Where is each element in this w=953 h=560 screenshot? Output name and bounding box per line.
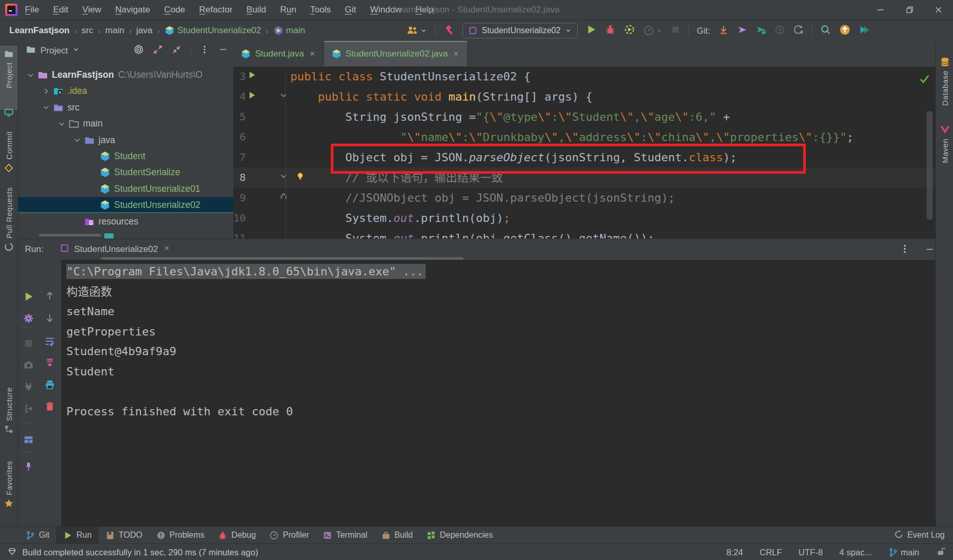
rerun-button[interactable]: [23, 291, 34, 304]
tree-item-src[interactable]: src: [18, 100, 233, 116]
tree-item-StudentUnserialize02[interactable]: StudentUnserialize02: [18, 197, 233, 213]
breadcrumb-item[interactable]: StudentUnserialize02: [164, 25, 261, 36]
soft-wrap-button[interactable]: [44, 335, 55, 349]
tree-item-resources[interactable]: resources: [18, 214, 233, 230]
status-widget[interactable]: 4 spac...: [839, 548, 872, 557]
run-arrow-icon[interactable]: [248, 71, 257, 79]
menu-view[interactable]: View: [82, 5, 102, 15]
run-play-icon[interactable]: [23, 291, 34, 302]
run-settings-button[interactable]: [23, 313, 34, 326]
more-options-icon[interactable]: [900, 244, 910, 254]
printer-icon[interactable]: [44, 379, 55, 390]
arrow-up-icon[interactable]: [44, 290, 55, 301]
hide-panel-icon[interactable]: [924, 244, 935, 257]
maximize-window-icon[interactable]: [895, 0, 924, 20]
menu-refactor[interactable]: Refactor: [199, 5, 232, 15]
search-everywhere-button[interactable]: [820, 24, 831, 37]
stripe-structure[interactable]: Structure: [0, 384, 18, 447]
expand-all-icon[interactable]: [153, 45, 163, 57]
stripe-database[interactable]: Database: [936, 53, 953, 127]
tree-chevron-icon[interactable]: [40, 87, 52, 95]
chevron-icon[interactable]: [42, 103, 50, 111]
export-button[interactable]: [23, 403, 34, 416]
camera-icon[interactable]: [23, 359, 34, 371]
next-occurrence-button[interactable]: [44, 313, 55, 326]
toolwindow-terminal[interactable]: Terminal: [316, 527, 374, 543]
code-line[interactable]: 4 public static void main(String[] args)…: [233, 87, 935, 107]
code-line[interactable]: 3public class StudentUnserialize02 {: [233, 66, 935, 87]
scroll-to-end-button[interactable]: [44, 357, 55, 371]
stripe-maven[interactable]: Maven: [936, 121, 953, 190]
stripe-monitor[interactable]: [0, 104, 18, 124]
run-configuration-select[interactable]: StudentUnserialize02: [463, 23, 578, 38]
local-history-button[interactable]: [774, 24, 785, 37]
tree-item-idea[interactable]: .idea: [18, 83, 233, 99]
code-area[interactable]: 3public class StudentUnserialize02 {4 pu…: [233, 41, 935, 239]
breadcrumb-item[interactable]: main: [105, 25, 124, 36]
arrow-down-icon[interactable]: [44, 313, 55, 324]
menu-code[interactable]: Code: [164, 5, 185, 15]
breadcrumb-item[interactable]: LearnFastjson: [9, 25, 69, 36]
pin-tab-button[interactable]: [23, 461, 34, 474]
tree-chevron-icon[interactable]: [71, 136, 83, 144]
close-tab-icon[interactable]: [452, 50, 460, 58]
git-push-button[interactable]: [737, 24, 748, 37]
close-tab-icon[interactable]: [309, 50, 316, 58]
menu-build[interactable]: Build: [246, 5, 266, 15]
breadcrumb-item[interactable]: src: [81, 25, 93, 36]
chevron-icon[interactable]: [26, 71, 35, 79]
menu-edit[interactable]: Edit: [53, 5, 68, 15]
inspections-ok-icon[interactable]: [919, 73, 930, 87]
chevron-icon[interactable]: [42, 87, 50, 95]
menu-navigate[interactable]: Navigate: [115, 5, 150, 15]
menu-window[interactable]: Window: [370, 5, 401, 15]
gear-icon[interactable]: [23, 313, 34, 324]
ide-update-button[interactable]: [839, 24, 851, 38]
status-widget[interactable]: CRLF: [760, 548, 782, 557]
editor-tab-Student.java[interactable]: Student.java: [233, 41, 324, 66]
stripe-project[interactable]: Project: [0, 46, 18, 110]
chevron-icon[interactable]: [73, 136, 81, 144]
hide-panel-icon[interactable]: [924, 244, 935, 255]
attach-button[interactable]: [23, 381, 34, 395]
console-output[interactable]: "C:\Program Files\Java\jdk1.8.0_65\bin\j…: [61, 260, 935, 527]
export-icon[interactable]: [23, 403, 34, 414]
tree-item-Student[interactable]: Student: [18, 148, 233, 164]
breadcrumb-item[interactable]: java: [136, 25, 152, 36]
tree-item-LearnFastjson[interactable]: LearnFastjson C:\Users\VanHurts\O: [18, 67, 233, 83]
toolwindow-profiler[interactable]: Profiler: [262, 527, 316, 543]
restore-layout-button[interactable]: [23, 434, 34, 447]
stop-button[interactable]: [23, 338, 34, 351]
run-button[interactable]: [585, 24, 597, 37]
menu-tools[interactable]: Tools: [310, 5, 331, 15]
gutter-run-icon[interactable]: [248, 91, 257, 102]
gutter-run-icon[interactable]: [248, 71, 257, 81]
fold-icon[interactable]: [279, 172, 288, 181]
toolwindow-run[interactable]: Run: [56, 527, 98, 543]
coverage-button[interactable]: [624, 24, 635, 37]
status-message[interactable]: Build completed successfully in 1 sec, 2…: [22, 548, 258, 557]
tree-chevron-icon[interactable]: [55, 120, 68, 128]
minimize-window-icon[interactable]: [866, 0, 895, 20]
fold-icon[interactable]: [279, 91, 288, 100]
prev-occurrence-button[interactable]: [44, 290, 55, 303]
gutter-fold-icon[interactable]: [279, 192, 288, 203]
git-branch-widget[interactable]: main: [888, 548, 919, 557]
toolwindow-build[interactable]: Build: [374, 527, 420, 543]
git-push-protected-button[interactable]: [755, 24, 766, 37]
close-window-icon[interactable]: [924, 0, 953, 20]
clear-console-button[interactable]: [44, 401, 55, 414]
stripe-commit[interactable]: Commit: [0, 128, 18, 188]
trash-icon[interactable]: [44, 401, 55, 412]
profiler-button[interactable]: [643, 25, 663, 36]
event-log-button[interactable]: Event Log: [894, 529, 945, 541]
close-icon[interactable]: [163, 244, 171, 252]
close-icon[interactable]: [163, 244, 171, 255]
menu-git[interactable]: Git: [345, 5, 356, 15]
tree-item-StudentUnserialize01[interactable]: StudentUnserialize01: [18, 181, 233, 197]
tree-item-StudentSerialize[interactable]: StudentSerialize: [18, 164, 233, 180]
soft-wrap-icon[interactable]: [44, 335, 55, 347]
plug-icon[interactable]: [23, 381, 34, 393]
stop-dark-icon[interactable]: [23, 338, 34, 349]
plugin-logo-button[interactable]: [859, 24, 871, 38]
